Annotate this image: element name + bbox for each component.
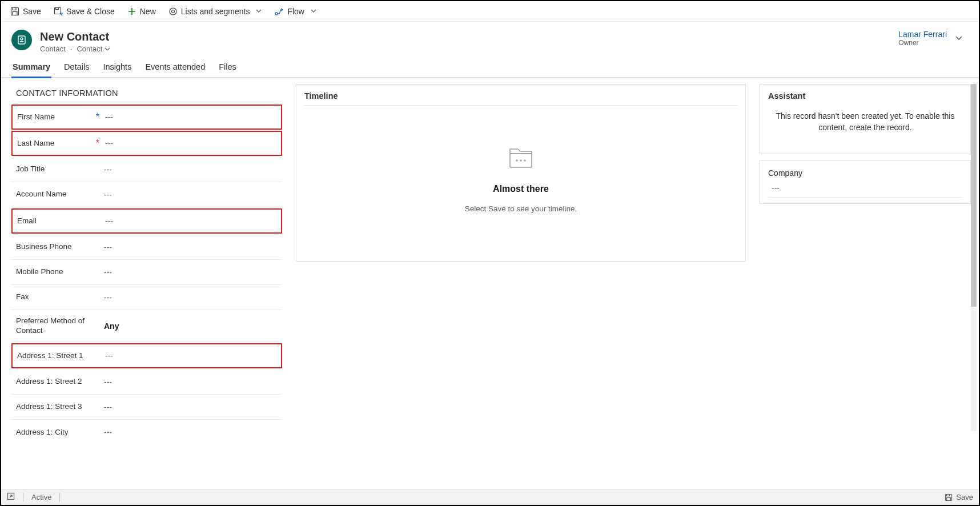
right-pane: Assistant This record hasn't been create…	[760, 84, 971, 489]
field-address1-city[interactable]: Address 1: City ---	[11, 420, 282, 445]
save-close-button-label: Save & Close	[66, 7, 115, 16]
status-divider	[59, 493, 60, 502]
separator-dot: ·	[70, 45, 73, 53]
vertical-scrollbar[interactable]	[971, 84, 977, 431]
field-last-name[interactable]: Last Name* ---	[11, 131, 282, 156]
email-label: Email	[17, 216, 99, 226]
form-selector[interactable]: Contact	[77, 45, 110, 53]
save-button[interactable]: Save	[5, 2, 47, 21]
timeline-title: Timeline	[304, 91, 737, 106]
chevron-down-icon	[955, 34, 963, 42]
svg-rect-17	[947, 497, 951, 500]
address1-city-label: Address 1: City	[16, 428, 98, 437]
company-value[interactable]: ---	[768, 183, 962, 198]
preferred-contact-value[interactable]: Any	[98, 322, 278, 331]
fax-value[interactable]: ---	[98, 293, 278, 302]
segments-icon	[168, 7, 178, 16]
mobile-phone-value[interactable]: ---	[98, 268, 278, 277]
tab-bar: Summary Details Insights Events attended…	[1, 57, 979, 78]
address1-city-value[interactable]: ---	[98, 428, 278, 437]
avatar	[11, 30, 32, 50]
svg-point-7	[275, 13, 278, 15]
address1-street2-value[interactable]: ---	[98, 378, 278, 387]
account-name-label: Account Name	[16, 190, 98, 199]
svg-point-6	[171, 10, 174, 13]
section-title-contact-info: CONTACT INFORMATION	[11, 84, 282, 103]
email-value[interactable]: ---	[99, 216, 276, 226]
field-first-name[interactable]: First Name* ---	[11, 105, 282, 130]
timeline-subtext: Select Save to see your timeline.	[465, 204, 577, 213]
chevron-down-icon	[255, 7, 262, 16]
tab-files[interactable]: Files	[218, 62, 238, 77]
owner-label: Owner	[898, 39, 947, 47]
command-bar: Save Save & Close New Lists and segments…	[1, 1, 979, 22]
entity-label: Contact	[40, 45, 66, 53]
svg-point-13	[524, 160, 525, 161]
save-close-icon	[54, 7, 63, 16]
field-fax[interactable]: Fax ---	[11, 285, 282, 310]
address1-street1-value[interactable]: ---	[99, 351, 276, 360]
field-mobile-phone[interactable]: Mobile Phone ---	[11, 260, 282, 285]
address1-street1-label: Address 1: Street 1	[17, 351, 99, 361]
flow-label: Flow	[287, 7, 304, 16]
svg-point-9	[21, 38, 23, 40]
save-button-label: Save	[23, 7, 41, 16]
company-card: Company ---	[760, 160, 971, 204]
flow-icon	[275, 7, 284, 16]
assistant-title: Assistant	[768, 91, 962, 101]
business-phone-label: Business Phone	[16, 242, 98, 252]
svg-rect-1	[13, 7, 16, 10]
address1-street3-value[interactable]: ---	[98, 403, 278, 412]
preferred-contact-label: Preferred Method of Contact	[16, 316, 98, 336]
lists-segments-button[interactable]: Lists and segments	[163, 2, 268, 21]
business-phone-value[interactable]: ---	[98, 243, 278, 252]
contact-information-pane: CONTACT INFORMATION First Name* --- Last…	[11, 84, 282, 489]
lists-segments-label: Lists and segments	[181, 7, 250, 16]
timeline-pane: Timeline Almost there Select Save to see…	[296, 84, 746, 489]
timeline-heading: Almost there	[493, 184, 549, 194]
tab-summary[interactable]: Summary	[11, 62, 51, 77]
page-title: New Contact	[40, 30, 898, 43]
svg-rect-2	[13, 11, 17, 15]
field-business-phone[interactable]: Business Phone ---	[11, 235, 282, 260]
address1-street2-label: Address 1: Street 2	[16, 377, 98, 387]
last-name-label: Last Name	[17, 139, 54, 148]
svg-point-12	[520, 160, 521, 161]
statusbar-save-label: Save	[956, 493, 973, 501]
field-preferred-contact[interactable]: Preferred Method of Contact Any	[11, 310, 282, 342]
chevron-down-icon	[310, 7, 317, 16]
statusbar-save-button[interactable]: Save	[945, 493, 973, 501]
first-name-value[interactable]: ---	[99, 113, 276, 122]
company-label: Company	[768, 168, 962, 178]
status-divider	[23, 493, 23, 502]
fax-label: Fax	[16, 292, 98, 302]
last-name-value[interactable]: ---	[99, 139, 276, 148]
field-email[interactable]: Email ---	[11, 208, 282, 234]
popout-icon[interactable]	[7, 492, 15, 502]
tab-events-attended[interactable]: Events attended	[144, 62, 206, 77]
form-name: Contact	[77, 45, 102, 53]
owner-block: Lamar Ferrari Owner	[898, 30, 969, 47]
account-name-value[interactable]: ---	[98, 190, 278, 199]
tab-insights[interactable]: Insights	[102, 62, 132, 77]
field-account-name[interactable]: Account Name ---	[11, 182, 282, 207]
field-job-title[interactable]: Job Title ---	[11, 157, 282, 182]
svg-rect-4	[55, 7, 58, 9]
job-title-value[interactable]: ---	[98, 165, 278, 174]
save-close-button[interactable]: Save & Close	[48, 2, 121, 21]
field-address1-street2[interactable]: Address 1: Street 2 ---	[11, 370, 282, 395]
assistant-card: Assistant This record hasn't been create…	[760, 84, 971, 154]
new-button[interactable]: New	[122, 2, 162, 21]
job-title-label: Job Title	[16, 164, 98, 174]
header-expand-button[interactable]	[955, 34, 963, 43]
flow-button[interactable]: Flow	[269, 2, 323, 21]
owner-name-link[interactable]: Lamar Ferrari	[898, 30, 947, 39]
save-icon	[945, 493, 953, 501]
tab-details[interactable]: Details	[63, 62, 90, 77]
address1-street3-label: Address 1: Street 3	[16, 402, 98, 412]
folder-empty-icon	[505, 144, 536, 174]
field-address1-street3[interactable]: Address 1: Street 3 ---	[11, 395, 282, 420]
assistant-message: This record hasn't been created yet. To …	[768, 101, 962, 147]
first-name-label: First Name	[17, 113, 55, 122]
field-address1-street1[interactable]: Address 1: Street 1 ---	[11, 343, 282, 368]
